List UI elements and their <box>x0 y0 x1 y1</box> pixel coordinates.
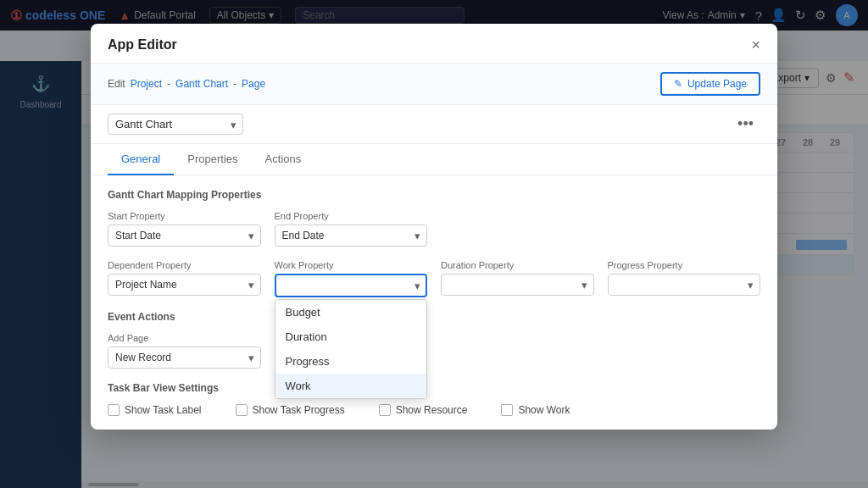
show-resource-checkbox[interactable]: Show Resource <box>379 404 468 416</box>
show-work-checkbox[interactable]: Show Work <box>501 404 570 416</box>
modal-header: App Editor × <box>91 24 777 64</box>
tab-general[interactable]: General <box>108 144 174 175</box>
modal-subheader: Edit Project - Gantt Chart - Page ✎ Upda… <box>91 64 777 105</box>
show-work-text: Show Work <box>518 404 570 416</box>
update-page-button[interactable]: ✎ Update Page <box>660 72 760 96</box>
duration-property-select-wrapper <box>441 274 594 296</box>
work-property-group: Work Property Budget Duration Progress W… <box>275 260 428 297</box>
work-property-select-wrapper <box>275 274 428 297</box>
chart-selector-row: Gantt Chart ••• <box>91 105 777 144</box>
show-task-progress-checkbox[interactable]: Show Task Progress <box>236 404 345 416</box>
more-icon: ••• <box>737 115 754 132</box>
update-page-label: Update Page <box>687 78 747 90</box>
show-task-label-checkbox[interactable]: Show Task Label <box>108 404 202 416</box>
show-task-progress-text: Show Task Progress <box>253 404 345 416</box>
start-property-label: Start Property <box>108 211 261 221</box>
duration-property-label: Duration Property <box>441 260 594 270</box>
breadcrumb-sep2: - <box>233 78 236 90</box>
progress-property-label: Progress Property <box>608 260 761 270</box>
duration-property-select[interactable] <box>441 274 594 296</box>
tab-properties[interactable]: Properties <box>174 144 251 175</box>
show-resource-text: Show Resource <box>396 404 468 416</box>
resource-checkbox-box[interactable] <box>379 404 391 416</box>
more-options-button[interactable]: ••• <box>731 114 760 135</box>
tab-actions[interactable]: Actions <box>252 144 315 175</box>
work-checkbox-box[interactable] <box>501 404 513 416</box>
end-property-select[interactable]: End Date <box>275 225 428 247</box>
modal-tabs: General Properties Actions <box>91 144 777 175</box>
add-edit-page-row: Add Page New Record Edit Page Edit Recor… <box>108 333 760 369</box>
progress-property-group: Progress Property <box>608 260 761 296</box>
end-property-label: End Property <box>275 211 428 221</box>
dependent-property-select[interactable]: Project Name <box>108 274 261 296</box>
progress-property-select[interactable] <box>608 274 761 296</box>
modal-title: App Editor <box>108 37 177 53</box>
add-page-group: Add Page New Record <box>108 333 261 369</box>
breadcrumb: Edit Project - Gantt Chart - Page <box>108 78 265 90</box>
taskbar-section: Task Bar View Settings Show Task Label S… <box>108 382 760 416</box>
dropdown-item-budget[interactable]: Budget <box>275 300 427 324</box>
add-page-select-wrapper: New Record <box>108 347 261 369</box>
add-page-select[interactable]: New Record <box>108 347 261 369</box>
add-page-label: Add Page <box>108 333 261 343</box>
task-label-checkbox-box[interactable] <box>108 404 120 416</box>
start-property-group: Start Property Start Date <box>108 211 261 247</box>
dropdown-item-duration[interactable]: Duration <box>275 324 427 349</box>
dependent-property-group: Dependent Property Project Name <box>108 260 261 296</box>
dropdown-item-progress[interactable]: Progress <box>275 349 427 374</box>
task-progress-checkbox-box[interactable] <box>236 404 248 416</box>
chart-type-select[interactable]: Gantt Chart <box>108 114 243 135</box>
dropdown-item-work[interactable]: Work <box>275 374 427 398</box>
gantt-mapping-title: Gantt Chart Mapping Properties <box>108 189 760 201</box>
update-page-icon: ✎ <box>674 78 682 90</box>
breadcrumb-edit: Edit <box>108 78 125 90</box>
breadcrumb-page: Page <box>242 78 265 90</box>
work-property-select[interactable] <box>275 274 428 297</box>
end-property-group: End Property End Date <box>275 211 428 247</box>
modal-body: Gantt Chart Mapping Properties Start Pro… <box>91 175 777 430</box>
breadcrumb-sep1: - <box>167 78 170 90</box>
modal-close-button[interactable]: × <box>751 37 760 53</box>
duration-property-group: Duration Property <box>441 260 594 296</box>
end-property-select-wrapper: End Date <box>275 225 428 247</box>
start-property-select-wrapper: Start Date <box>108 225 261 247</box>
taskbar-checkbox-row: Show Task Label Show Task Progress Show … <box>108 404 760 416</box>
app-editor-modal: App Editor × Edit Project - Gantt Chart … <box>91 24 777 430</box>
dependent-work-row: Dependent Property Project Name Work Pro… <box>108 260 760 297</box>
show-task-label-text: Show Task Label <box>125 404 202 416</box>
chart-type-wrapper: Gantt Chart <box>108 114 243 135</box>
work-property-label: Work Property <box>275 260 428 270</box>
event-actions-title: Event Actions <box>108 311 760 323</box>
start-end-row: Start Property Start Date End Property E… <box>108 211 760 247</box>
start-property-select[interactable]: Start Date <box>108 225 261 247</box>
breadcrumb-project: Project <box>131 78 162 90</box>
progress-property-select-wrapper <box>608 274 761 296</box>
dependent-property-select-wrapper: Project Name <box>108 274 261 296</box>
breadcrumb-gantt-chart: Gantt Chart <box>175 78 228 90</box>
work-property-dropdown: Budget Duration Progress Work <box>275 299 428 399</box>
event-actions-section: Event Actions Add Page New Record Edit P… <box>108 311 760 369</box>
dependent-property-label: Dependent Property <box>108 260 261 270</box>
taskbar-title: Task Bar View Settings <box>108 382 760 394</box>
